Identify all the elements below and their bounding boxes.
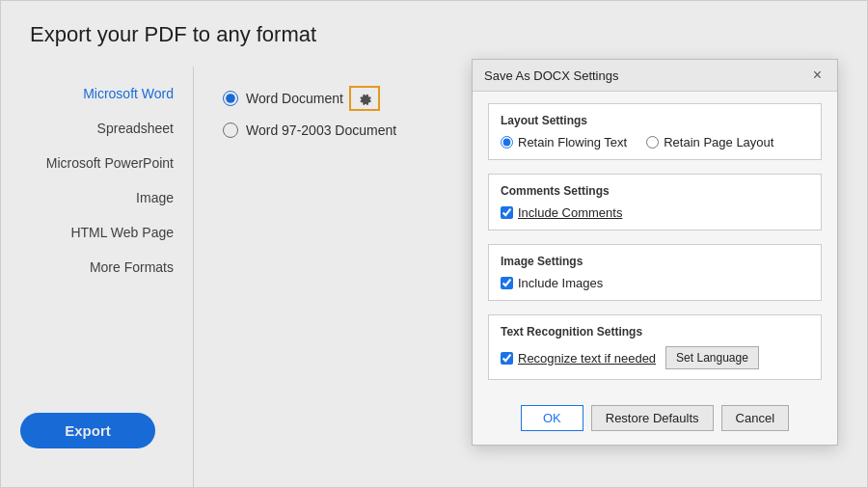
recognize-text-label[interactable]: Recognize text if needed [518, 351, 656, 366]
modal-overlay: Save As DOCX Settings × Layout Settings … [1, 1, 867, 487]
include-images-label[interactable]: Include Images [518, 276, 603, 290]
retain-flowing-text-option[interactable]: Retain Flowing Text [501, 135, 627, 149]
save-as-docx-modal: Save As DOCX Settings × Layout Settings … [472, 59, 838, 446]
include-images-row: Include Images [501, 276, 809, 290]
modal-body: Layout Settings Retain Flowing Text Reta… [473, 92, 837, 395]
set-language-button[interactable]: Set Language [665, 346, 759, 369]
include-comments-label[interactable]: Include Comments [518, 205, 622, 220]
include-comments-row: Include Comments [501, 205, 809, 220]
text-recognition-settings-label: Text Recognition Settings [501, 325, 809, 339]
modal-title: Save As DOCX Settings [484, 68, 618, 83]
retain-page-layout-option[interactable]: Retain Page Layout [646, 135, 773, 149]
image-settings-label: Image Settings [501, 255, 809, 268]
retain-flowing-text-radio[interactable] [501, 136, 513, 149]
recognize-text-checkbox[interactable] [501, 352, 513, 365]
recognize-text-checkbox-row: Recognize text if needed [501, 351, 656, 366]
layout-radio-row: Retain Flowing Text Retain Page Layout [501, 135, 809, 149]
layout-settings-label: Layout Settings [501, 114, 809, 127]
comments-settings-label: Comments Settings [501, 184, 809, 198]
image-settings-section: Image Settings Include Images [488, 244, 822, 301]
modal-header: Save As DOCX Settings × [473, 60, 837, 92]
restore-defaults-button[interactable]: Restore Defaults [591, 405, 714, 431]
include-comments-checkbox[interactable] [501, 206, 513, 219]
comments-settings-section: Comments Settings Include Comments [488, 174, 822, 230]
ok-button[interactable]: OK [521, 405, 583, 431]
modal-footer: OK Restore Defaults Cancel [473, 395, 837, 445]
cancel-button[interactable]: Cancel [721, 405, 789, 431]
layout-settings-section: Layout Settings Retain Flowing Text Reta… [488, 103, 822, 160]
main-container: Export your PDF to any format Microsoft … [0, 0, 868, 488]
retain-page-layout-radio[interactable] [646, 136, 659, 149]
recognize-text-row: Recognize text if needed Set Language [501, 346, 809, 369]
text-recognition-settings-section: Text Recognition Settings Recognize text… [488, 314, 822, 380]
modal-close-button[interactable]: × [809, 68, 826, 83]
include-images-checkbox[interactable] [501, 277, 513, 289]
